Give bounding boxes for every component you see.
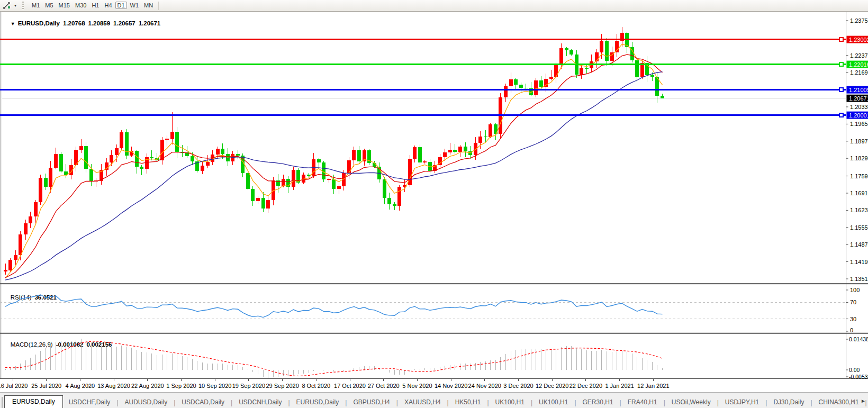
tab-item-uk100-h1[interactable]: UK100,H1 [490,397,530,408]
svg-text:1.18290: 1.18290 [850,155,868,161]
horizontal-line-1.20001[interactable] [0,113,846,117]
tab-item-fra40-h1[interactable]: FRA40,H1 [622,397,663,408]
macd-indicator [5,339,663,378]
svg-text:1.22370: 1.22370 [850,52,868,59]
svg-text:5 Nov 2020: 5 Nov 2020 [402,383,432,389]
tab-item-xauusd-h4[interactable]: XAUUSD,H4 [399,397,447,408]
svg-text:30: 30 [850,316,856,322]
svg-text:1.23002: 1.23002 [849,37,868,43]
svg-text:17 Oct 2020: 17 Oct 2020 [334,383,366,389]
price-chip-1.20001: 1.20001 [847,112,868,119]
tab-item-uk100-h1[interactable]: UK100,H1 [533,397,574,408]
svg-text:13 Aug 2020: 13 Aug 2020 [97,383,130,389]
tab-item-usdchf-daily[interactable]: USDCHF,Daily [63,397,116,408]
tab-item-audusd-daily[interactable]: AUDUSD,Daily [119,397,174,408]
svg-text:1 Jan 2021: 1 Jan 2021 [605,383,634,389]
horizontal-line-1.22016[interactable] [0,62,846,66]
svg-text:1.21690: 1.21690 [850,69,868,76]
svg-text:1.19650: 1.19650 [850,121,868,127]
svg-text:1 Sep 2020: 1 Sep 2020 [166,383,196,389]
horizontal-line-1.23002[interactable] [0,38,846,41]
svg-text:1.15550: 1.15550 [850,224,868,231]
svg-text:19 Sep 2020: 19 Sep 2020 [232,383,265,389]
price-axis[interactable]: 1.237501.223701.216901.203301.196501.189… [846,17,868,282]
tab-item-usdcad-daily[interactable]: USDCAD,Daily [176,397,230,408]
current-price-chip: 1.20671 [847,95,868,102]
tab-item-usdjpy-h1[interactable]: USDJPY,H1 [719,397,765,408]
svg-text:29 Sep 2020: 29 Sep 2020 [266,383,299,389]
svg-text:1.22016: 1.22016 [849,61,868,68]
svg-text:1.13510: 1.13510 [850,276,868,282]
tab-item-dj30-daily[interactable]: DJ30,Daily [767,397,810,408]
svg-text:3 Dec 2020: 3 Dec 2020 [503,383,533,389]
svg-text:4 Aug 2020: 4 Aug 2020 [66,383,95,389]
price-chip-1.21009: 1.21009 [847,86,868,94]
horizontal-line-1.21009[interactable] [0,88,846,92]
svg-text:22 Aug 2020: 22 Aug 2020 [131,383,164,389]
tab-item-ger30-h1[interactable]: GER30,H1 [577,397,619,408]
tab-item-eurusd-daily[interactable]: EURUSD,Daily [291,397,345,408]
svg-text:14 Nov 2020: 14 Nov 2020 [435,383,467,389]
svg-text:8 Oct 2020: 8 Oct 2020 [302,383,330,389]
svg-text:1.21009: 1.21009 [849,87,868,93]
moving-average-5 [5,44,663,278]
tab-item-eurusd-daily[interactable]: EURUSD,Daily [4,395,63,408]
svg-text:1.14870: 1.14870 [850,241,868,248]
svg-text:1.17590: 1.17590 [850,173,868,179]
svg-text:1.14190: 1.14190 [850,259,868,265]
svg-text:16 Jul 2020: 16 Jul 2020 [0,383,28,389]
trading-terminal: ▾ M1M5M15M30H1H4D1W1MN ▼EURUSD,Daily1.20… [0,0,868,408]
svg-text:0: 0 [850,327,853,333]
svg-text:24 Nov 2020: 24 Nov 2020 [468,383,501,389]
svg-text:1.23750: 1.23750 [850,17,868,24]
svg-text:12 Dec 2020: 12 Dec 2020 [536,383,568,389]
macd-axis[interactable]: 0.0143840.00-0.005396 [846,336,868,380]
svg-text:1.20001: 1.20001 [849,112,868,119]
price-chip-1.22016: 1.22016 [847,61,868,68]
svg-text:1.20330: 1.20330 [850,104,868,110]
svg-text:10 Sep 2020: 10 Sep 2020 [198,383,231,389]
chart-tab-bar: EURUSD,DailyUSDCHF,Daily|AUDUSD,Daily|US… [0,392,868,408]
svg-text:70: 70 [850,299,856,305]
svg-text:1.18970: 1.18970 [850,138,868,144]
svg-text:12 Jan 2021: 12 Jan 2021 [637,383,670,389]
svg-text:25 Jul 2020: 25 Jul 2020 [31,383,61,389]
moving-average-13 [5,55,663,278]
rsi-indicator: 10070300 [0,287,860,333]
tabbar-grip[interactable] [2,397,3,408]
svg-text:0.014384: 0.014384 [849,336,868,342]
svg-text:1.16230: 1.16230 [850,207,868,213]
svg-text:100: 100 [850,287,860,293]
tab-item-usdcnh-daily[interactable]: USDCNH,Daily [233,397,287,408]
svg-text:22 Dec 2020: 22 Dec 2020 [569,383,602,389]
svg-text:1.16910: 1.16910 [850,190,868,196]
chart-canvas[interactable]: 1.237501.223701.216901.203301.196501.189… [0,0,868,408]
tab-item-usoil-weekly[interactable]: USOil,Weekly [666,397,717,408]
price-chip-1.23002: 1.23002 [847,36,868,43]
svg-text:0.00: 0.00 [849,367,860,373]
svg-text:1.20671: 1.20671 [849,95,868,102]
svg-text:27 Oct 2020: 27 Oct 2020 [368,383,400,389]
svg-text:-0.005396: -0.005396 [849,374,868,380]
tab-scroll-arrows: ◄ ► [850,398,866,404]
tabs-scroll-right-icon[interactable]: ► [861,398,866,404]
tabs-scroll-left-icon[interactable]: ◄ [850,398,855,404]
date-axis[interactable]: 16 Jul 202025 Jul 20204 Aug 202013 Aug 2… [0,379,670,389]
panel-borders [0,12,868,379]
tab-item-gbpusd-h4[interactable]: GBPUSD,H4 [347,397,395,408]
tab-item-hk50-h1[interactable]: HK50,H1 [449,397,487,408]
